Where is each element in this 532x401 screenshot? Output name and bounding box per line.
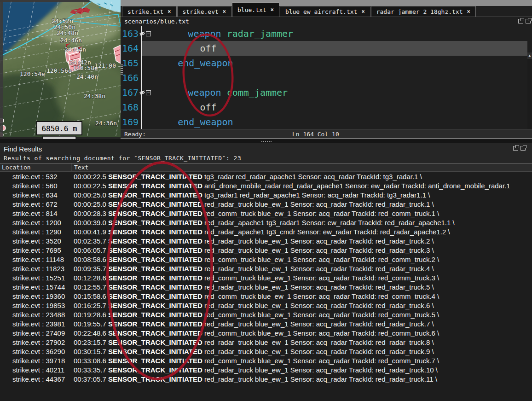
result-location: strike.evt : 19360 — [0, 292, 71, 301]
editor-status-bar: Ready: Ln 164 Col 10 — [121, 129, 532, 139]
tab-close-icon[interactable]: × — [223, 8, 226, 15]
scroll-up-icon[interactable]: ▲ — [527, 52, 532, 59]
result-row[interactable]: strike.evt : 63400:00:25.0 SENSOR_TRACK_… — [0, 191, 532, 200]
result-row[interactable]: strike.evt : 53200:00:22.5 SENSOR_TRACK_… — [0, 172, 532, 181]
result-text: 00:00:25.0 SENSOR_TRACK_INITIATED red_ra… — [71, 200, 532, 209]
tab-close-icon[interactable]: × — [271, 6, 274, 13]
result-text: 00:00:22.5 SENSOR_TRACK_INITIATED tg3_ra… — [71, 172, 532, 181]
result-row[interactable]: strike.evt : 3629000:30:15.7 SENSOR_TRAC… — [0, 347, 532, 356]
tab-label: blue_ew_aircraft.txt — [285, 8, 358, 15]
float-panel-icon[interactable] — [513, 146, 518, 151]
code-line[interactable]: 169 end_weapon — [121, 115, 527, 129]
code-text[interactable]: weapon radar_jammer — [151, 26, 527, 41]
result-text: 00:15:58.6 SENSOR_TRACK_INITIATED red_co… — [71, 292, 532, 301]
result-row[interactable]: strike.evt : 1574400:12:55.7 SENSOR_TRAC… — [0, 283, 532, 292]
result-match-term: SENSOR_TRACK_INITIATED — [108, 320, 202, 328]
code-text[interactable]: end_weapon — [141, 56, 527, 70]
line-gutter[interactable]: 163− — [121, 26, 151, 41]
fold-marker-icon[interactable]: − — [146, 31, 151, 36]
code-line[interactable]: 166 — [121, 70, 527, 85]
vertical-splitter-grip[interactable] — [121, 64, 123, 75]
line-gutter[interactable]: 167− — [121, 85, 151, 100]
code-token: weapon — [155, 87, 221, 98]
map-frame-left — [0, 0, 3, 140]
horizontal-splitter[interactable] — [0, 139, 532, 143]
result-row[interactable]: strike.evt : 1182300:09:35.7 SENSOR_TRAC… — [0, 264, 532, 273]
tab-blue_ew_aircraft.txt[interactable]: blue_ew_aircraft.txt× — [280, 6, 370, 17]
result-row[interactable]: strike.evt : 4436700:37:05.7 SENSOR_TRAC… — [0, 375, 532, 384]
result-text: 00:00:28.3 SENSOR_TRACK_INITIATED red_co… — [71, 209, 532, 218]
line-gutter[interactable]: 168 — [121, 100, 141, 115]
result-timestamp: 00:22:48.6 — [74, 329, 108, 337]
cursor-position: Ln 164 Col 10 — [292, 131, 339, 138]
result-row[interactable]: strike.evt : 1936000:15:58.6 SENSOR_TRAC… — [0, 292, 532, 301]
code-line[interactable]: 167− weapon comm_jammer — [121, 85, 527, 100]
dock-panel-icon[interactable] — [526, 19, 531, 23]
code-text[interactable]: end_weapon — [141, 115, 527, 129]
result-row[interactable]: strike.evt : 2398100:19:55.7 SENSOR_TRAC… — [0, 320, 532, 329]
tab-close-icon[interactable]: × — [168, 8, 171, 15]
code-line[interactable]: 164 off — [121, 41, 527, 56]
dock-panel-icon[interactable] — [520, 146, 526, 151]
map-lat-label: 24:38n — [84, 93, 105, 99]
result-text: 00:02:35.7 SENSOR_TRACK_INITIATED red_ra… — [71, 237, 532, 246]
map-viewport[interactable]: 24:52n24:50n24:48n24:46n24:44n24:42n24:4… — [0, 0, 121, 140]
result-row[interactable]: strike.evt : 3971800:33:08.6 SENSOR_TRAC… — [0, 356, 532, 366]
fold-marker-icon[interactable]: − — [146, 90, 151, 95]
result-row[interactable]: strike.evt : 67200:00:25.0 SENSOR_TRACK_… — [0, 200, 532, 209]
code-line[interactable]: 165 end_weapon — [121, 56, 527, 70]
code-token: comm_jammer — [221, 87, 288, 98]
result-row[interactable]: strike.evt : 120000:00:39.0 SENSOR_TRACK… — [0, 218, 532, 227]
result-text: 00:22:48.6 SENSOR_TRACK_INITIATED red_co… — [71, 329, 532, 338]
code-line[interactable]: 163− weapon radar_jammer — [121, 26, 527, 41]
result-row[interactable]: strike.evt : 129000:00:41.9 SENSOR_TRACK… — [0, 227, 532, 237]
result-location: strike.evt : 44367 — [0, 375, 71, 384]
eye-slash-icon[interactable] — [139, 31, 145, 36]
result-text: 00:06:05.7 SENSOR_TRACK_INITIATED red_ra… — [71, 246, 532, 255]
result-row[interactable]: strike.evt : 1114800:08:58.6 SENSOR_TRAC… — [0, 255, 532, 264]
result-row[interactable]: strike.evt : 2348800:19:28.6 SENSOR_TRAC… — [0, 310, 532, 320]
line-gutter[interactable]: 165 — [121, 56, 141, 70]
column-header-text[interactable]: Text — [71, 163, 88, 171]
result-row[interactable]: strike.evt : 4021100:33:35.7 SENSOR_TRAC… — [0, 366, 532, 375]
result-location: strike.evt : 23981 — [0, 320, 71, 329]
line-gutter[interactable]: 169 — [121, 115, 141, 129]
code-line[interactable]: 168 off — [121, 100, 527, 115]
result-row[interactable]: strike.evt : 2740900:22:48.6 SENSOR_TRAC… — [0, 329, 532, 338]
tab-close-icon[interactable]: × — [361, 8, 364, 15]
line-gutter[interactable]: 164 — [121, 41, 141, 56]
result-row[interactable]: strike.evt : 769500:06:05.7 SENSOR_TRACK… — [0, 246, 532, 255]
result-match-term: SENSOR_TRACK_INITIATED — [108, 173, 202, 180]
code-text[interactable] — [141, 70, 527, 85]
tab-strike.evt[interactable]: strike.evt× — [177, 6, 232, 17]
float-panel-icon[interactable] — [518, 19, 523, 23]
result-location: strike.evt : 15744 — [0, 283, 71, 292]
result-location: strike.evt : 23488 — [0, 310, 71, 320]
result-row[interactable]: strike.evt : 352000:02:35.7 SENSOR_TRACK… — [0, 237, 532, 246]
result-row[interactable]: strike.evt : 1525100:12:28.6 SENSOR_TRAC… — [0, 273, 532, 283]
code-editor[interactable]: 163− weapon radar_jammer164 off165 end_w… — [121, 26, 532, 129]
result-text: 00:00:41.9 SENSOR_TRACK_INITIATED red_ra… — [71, 227, 532, 237]
map-scale-badge: 6850.6 m — [37, 122, 82, 140]
eye-slash-icon[interactable] — [139, 90, 145, 95]
result-row[interactable]: strike.evt : 1985300:16:25.7 SENSOR_TRAC… — [0, 301, 532, 310]
result-detail: red_comm_truck blue_ew_1 Sensor: acq_rad… — [202, 292, 439, 300]
code-text[interactable]: weapon comm_jammer — [151, 85, 527, 100]
code-text[interactable]: off — [141, 100, 527, 115]
result-detail: red_radar_truck blue_ew_1 Sensor: acq_ra… — [202, 366, 438, 374]
tab-strike.txt[interactable]: strike.txt× — [122, 6, 177, 17]
result-row[interactable]: strike.evt : 56000:00:22.5 SENSOR_TRACK_… — [0, 181, 532, 191]
line-gutter[interactable]: 166 — [121, 70, 141, 85]
code-text[interactable]: off — [141, 41, 527, 56]
horizontal-splitter-grip[interactable] — [261, 141, 272, 142]
result-timestamp: 00:33:08.6 — [74, 357, 108, 365]
line-number: 169 — [122, 115, 139, 129]
tab-blue.txt[interactable]: blue.txt× — [232, 2, 279, 17]
editor-scrollbar[interactable]: ▲ ▼ — [527, 52, 532, 129]
result-row[interactable]: strike.evt : 81400:00:28.3 SENSOR_TRACK_… — [0, 209, 532, 218]
column-header-location[interactable]: Location — [0, 163, 71, 171]
tab-close-icon[interactable]: × — [467, 8, 470, 15]
result-row[interactable]: strike.evt : 2790200:23:15.7 SENSOR_TRAC… — [0, 338, 532, 347]
tab-radar_jammer_2_18ghz.txt[interactable]: radar_jammer_2_18ghz.txt× — [371, 6, 476, 17]
line-number: 167 — [122, 85, 139, 100]
